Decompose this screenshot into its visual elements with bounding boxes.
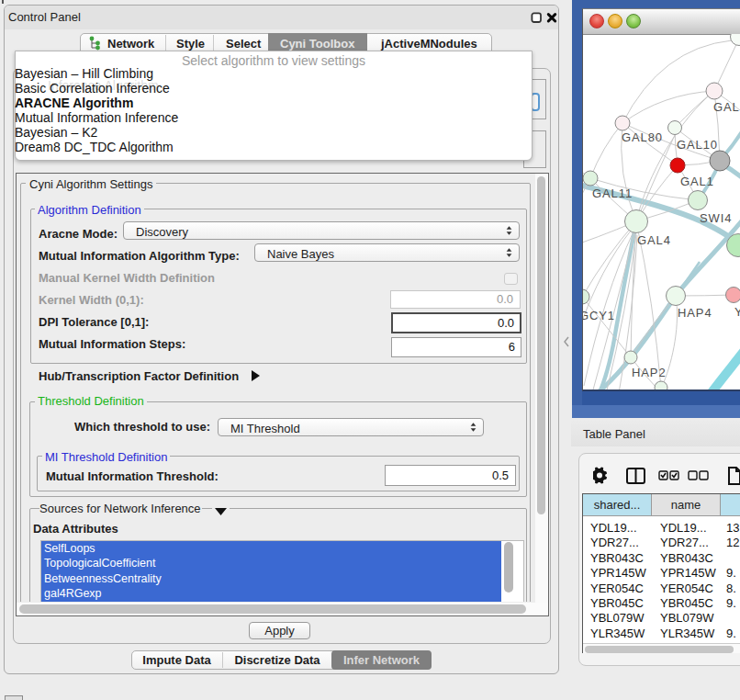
svg-text:HAP2: HAP2 bbox=[632, 366, 667, 379]
svg-text:Y: Y bbox=[734, 305, 740, 319]
svg-text:GAL80: GAL80 bbox=[622, 130, 663, 144]
svg-text:GAL: GAL bbox=[713, 100, 740, 114]
svg-text:GCY1: GCY1 bbox=[583, 309, 615, 322]
svg-text:GAL10: GAL10 bbox=[677, 138, 718, 152]
svg-text:GAL4: GAL4 bbox=[637, 233, 671, 247]
svg-text:SWI4: SWI4 bbox=[700, 211, 732, 225]
svg-text:GAL11: GAL11 bbox=[592, 186, 633, 200]
svg-text:GAL1: GAL1 bbox=[680, 175, 714, 188]
svg-text:HAP4: HAP4 bbox=[678, 306, 712, 320]
